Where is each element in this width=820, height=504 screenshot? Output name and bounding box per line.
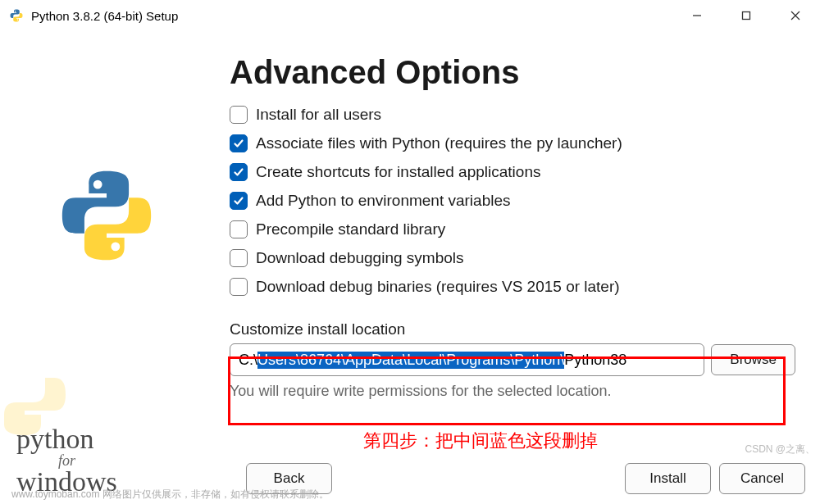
python-logo [53,162,160,272]
maximize-button[interactable] [722,0,771,31]
options-list: Install for all usersAssociate files wit… [230,106,795,296]
path-selected: Users\86764\AppData\Local\Programs\Pytho… [257,352,564,369]
checkbox[interactable] [230,278,248,296]
option-row[interactable]: Precompile standard library [230,220,795,238]
install-button[interactable]: Install [625,463,711,494]
path-suffix: Python38 [564,352,626,369]
customize-label: Customize install location [230,320,795,338]
option-label: Download debug binaries (requires VS 201… [256,278,620,296]
option-label: Associate files with Python (requires th… [256,134,622,152]
python-icon [8,7,25,24]
cancel-button[interactable]: Cancel [719,463,805,494]
sidebar: python for windows [0,31,213,504]
checkbox[interactable] [230,134,248,152]
brand-text: python for windows [16,425,117,496]
window-controls [672,0,820,31]
checkbox[interactable] [230,192,248,210]
path-prefix: C:\ [239,352,257,369]
page-title: Advanced Options [230,54,795,91]
checkbox[interactable] [230,106,248,124]
option-row[interactable]: Add Python to environment variables [230,192,795,210]
button-row: Back Install Cancel [246,463,805,494]
watermark-right: CSDN @之离、 [745,443,815,456]
watermark-bottom: www.toymoban.com 网络图片仅供展示，非存储，如有侵权请联系删除。 [11,488,329,502]
checkbox[interactable] [230,163,248,181]
option-label: Install for all users [256,106,381,124]
option-label: Add Python to environment variables [256,192,511,210]
customize-section: Customize install location C:\Users\8676… [230,320,795,400]
window-title: Python 3.8.2 (64-bit) Setup [31,9,178,23]
brand-python: python [16,425,117,453]
checkbox[interactable] [230,220,248,238]
permission-note: You will require write permissions for t… [230,383,795,400]
option-label: Download debugging symbols [256,249,464,267]
option-row[interactable]: Download debugging symbols [230,249,795,267]
annotation-text: 第四步：把中间蓝色这段删掉 [363,429,598,453]
option-row[interactable]: Create shortcuts for installed applicati… [230,163,795,181]
option-row[interactable]: Associate files with Python (requires th… [230,134,795,152]
option-row[interactable]: Install for all users [230,106,795,124]
browse-button[interactable]: Browse [711,344,795,375]
install-path-input[interactable]: C:\Users\86764\AppData\Local\Programs\Py… [230,343,704,376]
checkbox[interactable] [230,249,248,267]
option-label: Precompile standard library [256,220,445,238]
close-button[interactable] [771,0,820,31]
option-row[interactable]: Download debug binaries (requires VS 201… [230,278,795,296]
titlebar: Python 3.8.2 (64-bit) Setup [0,0,820,31]
minimize-button[interactable] [672,0,722,31]
svg-rect-1 [743,12,750,20]
option-label: Create shortcuts for installed applicati… [256,163,540,181]
